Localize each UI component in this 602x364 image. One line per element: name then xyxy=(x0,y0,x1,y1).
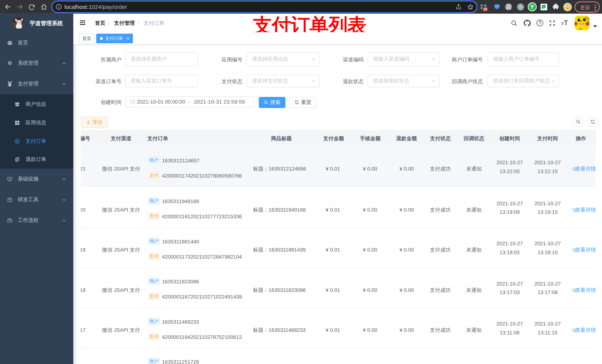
svg-text:10: 10 xyxy=(484,7,487,11)
